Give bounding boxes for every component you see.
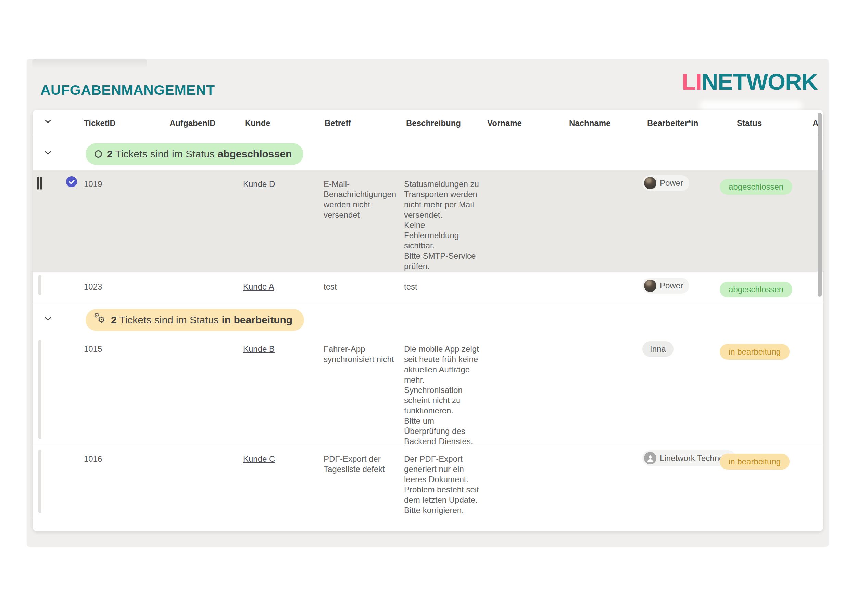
table-row[interactable]: 1023 Kunde A test test Power abgeschloss… xyxy=(32,272,824,302)
kunde-link[interactable]: Kunde D xyxy=(243,179,275,189)
tickets-table-card: TicketID AufgabenID Kunde Betreff Beschr… xyxy=(32,109,824,532)
cell-beschreibung: test xyxy=(404,282,480,292)
brand-logo: LINETWORK xyxy=(682,68,818,95)
column-header-betreff[interactable]: Betreff xyxy=(325,118,351,128)
circle-outline-icon xyxy=(94,150,102,158)
column-header-vorname[interactable]: Vorname xyxy=(487,118,522,128)
group-header-in-bearbeitung: ⚙⚙ 2 Tickets sind im Status in bearbeitu… xyxy=(32,302,824,336)
cell-bearbeiter: Power xyxy=(642,278,689,293)
group-header-abgeschlossen: 2 Tickets sind im Status abgeschlossen xyxy=(32,136,824,171)
cell-ticketid: 1019 xyxy=(84,179,102,189)
cell-bearbeiter: Power xyxy=(642,175,689,191)
column-header-status[interactable]: Status xyxy=(737,118,762,128)
cell-ticketid: 1016 xyxy=(84,454,102,464)
page-title: AUFGABENMANGEMENT xyxy=(40,82,215,98)
app-window: AUFGABENMANGEMENT LINETWORK TicketID Auf… xyxy=(0,0,856,616)
column-header-aufgabenid[interactable]: AufgabenID xyxy=(169,118,216,128)
cell-ticketid: 1015 xyxy=(84,344,102,354)
cell-betreff: E-Mail-Benachrichtigungen werden nicht v… xyxy=(323,179,402,220)
cell-bearbeiter: Inna xyxy=(642,341,673,357)
cell-betreff: PDF-Export der Tagesliste defekt xyxy=(323,454,402,474)
column-header-bearbeiterin[interactable]: Bearbeiter*in xyxy=(647,118,698,128)
brand-logo-li: LI xyxy=(682,69,702,94)
chevron-down-icon[interactable] xyxy=(45,317,51,321)
panel-top-shade xyxy=(32,59,147,68)
kunde-link[interactable]: Kunde A xyxy=(243,282,274,291)
status-badge: abgeschlossen xyxy=(720,282,792,297)
bearbeiter-name: Power xyxy=(660,178,683,188)
row-checkbox-checked[interactable] xyxy=(66,176,77,187)
row-drag-bar[interactable] xyxy=(38,275,42,295)
status-badge: abgeschlossen xyxy=(720,179,792,195)
table-row[interactable]: 1016 Kunde C PDF-Export der Tagesliste d… xyxy=(32,446,824,520)
status-badge: in bearbeitung xyxy=(720,344,790,359)
column-header-nachname[interactable]: Nachname xyxy=(569,118,611,128)
bearbeiter-name: Inna xyxy=(650,344,666,354)
group-label: Tickets sind im Status xyxy=(115,148,215,160)
vertical-scrollbar[interactable] xyxy=(818,112,822,297)
brand-logo-network: NETWORK xyxy=(702,69,818,94)
cell-betreff: test xyxy=(323,282,402,292)
kunde-link[interactable]: Kunde B xyxy=(243,344,275,353)
group-status: abgeschlossen xyxy=(217,148,292,160)
group-count: 2 xyxy=(111,314,117,326)
column-header-beschreibung[interactable]: Beschreibung xyxy=(406,118,461,128)
table-row[interactable]: 1019 Kunde D E-Mail-Benachrichtigungen w… xyxy=(32,171,824,272)
cell-status: in bearbeitung xyxy=(720,454,774,470)
cell-kunde: Kunde C xyxy=(243,454,275,464)
cell-status: abgeschlossen xyxy=(720,179,774,195)
chevron-down-icon[interactable] xyxy=(45,151,51,155)
bearbeiter-pill: Inna xyxy=(642,341,673,357)
avatar-photo xyxy=(644,280,656,292)
cell-status: in bearbeitung xyxy=(720,344,774,359)
group-pill-in-bearbeitung[interactable]: ⚙⚙ 2 Tickets sind im Status in bearbeitu… xyxy=(86,309,304,331)
group-pill-abgeschlossen[interactable]: 2 Tickets sind im Status abgeschlossen xyxy=(86,143,303,165)
cell-ticketid: 1023 xyxy=(84,282,102,292)
person-avatar-icon xyxy=(644,452,656,464)
bearbeiter-pill: Power xyxy=(642,278,689,293)
table-header-row: TicketID AufgabenID Kunde Betreff Beschr… xyxy=(32,109,824,136)
cell-beschreibung: Statusmeldungen zu Transporten werden ni… xyxy=(404,179,480,271)
cell-betreff: Fahrer-App synchronisiert nicht xyxy=(323,344,402,364)
app-panel: AUFGABENMANGEMENT LINETWORK TicketID Auf… xyxy=(27,59,828,547)
collapse-all-chevron-icon[interactable] xyxy=(45,120,51,123)
row-drag-bar[interactable] xyxy=(38,340,42,439)
row-drag-bar[interactable] xyxy=(38,450,42,513)
group-label: Tickets sind im Status xyxy=(119,314,219,326)
column-header-ticketid[interactable]: TicketID xyxy=(84,118,116,128)
bearbeiter-pill: Power xyxy=(642,175,689,191)
cell-status: abgeschlossen xyxy=(720,282,774,297)
cell-kunde: Kunde A xyxy=(243,282,274,292)
group-count: 2 xyxy=(107,148,112,160)
cell-beschreibung: Der PDF-Export generiert nur ein leeres … xyxy=(404,454,480,515)
cell-kunde: Kunde B xyxy=(243,344,275,354)
kunde-link[interactable]: Kunde C xyxy=(243,454,275,463)
drag-handle[interactable] xyxy=(37,177,43,190)
avatar-photo xyxy=(644,177,656,189)
cell-beschreibung: Die mobile App zeigt seit heute früh kei… xyxy=(404,344,480,447)
bearbeiter-name: Power xyxy=(660,281,683,291)
gears-icon: ⚙⚙ xyxy=(94,314,106,326)
group-status: in bearbeitung xyxy=(222,314,293,326)
cell-kunde: Kunde D xyxy=(243,179,275,189)
status-badge: in bearbeitung xyxy=(720,454,790,470)
table-row[interactable]: 1015 Kunde B Fahrer-App synchronisiert n… xyxy=(32,336,824,446)
column-header-kunde[interactable]: Kunde xyxy=(245,118,271,128)
